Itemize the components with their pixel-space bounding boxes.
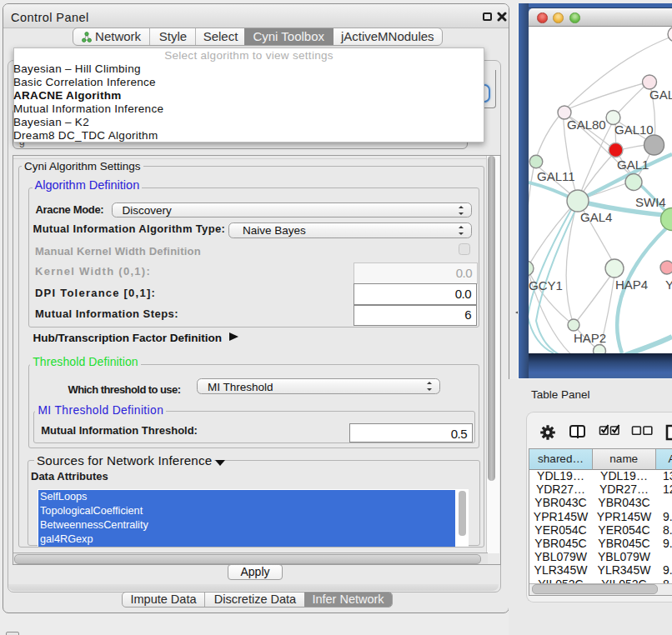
svg-text:SWI4: SWI4 — [635, 195, 666, 209]
svg-text:Y: Y — [665, 278, 672, 292]
svg-text:GCY1: GCY1 — [529, 278, 563, 292]
svg-text:GAL1: GAL1 — [617, 158, 649, 172]
svg-text:GAL8: GAL8 — [649, 88, 672, 102]
svg-text:GAL80: GAL80 — [567, 118, 606, 132]
svg-text:HAP2: HAP2 — [574, 331, 606, 345]
svg-text:GAL10: GAL10 — [614, 122, 654, 137]
svg-text:GAL11: GAL11 — [537, 169, 575, 183]
svg-text:HAP4: HAP4 — [615, 278, 648, 292]
svg-text:GAL4: GAL4 — [580, 210, 612, 224]
